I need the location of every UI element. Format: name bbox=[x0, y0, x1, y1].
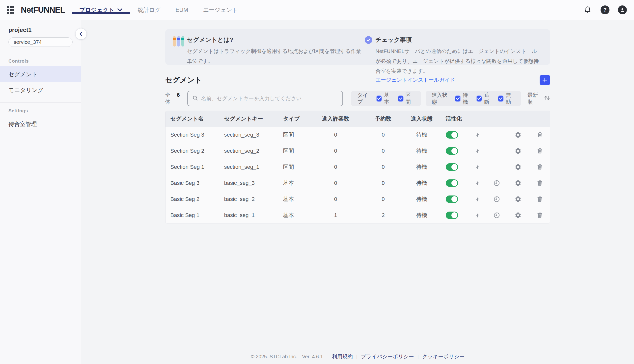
activation-toggle[interactable] bbox=[446, 212, 458, 219]
sidebar-section-controls: Controls bbox=[9, 58, 73, 64]
entry-state: 待機 bbox=[408, 147, 436, 155]
filter-toolbar: 全体 6 タイプ 基本 bbox=[165, 91, 550, 106]
gear-icon[interactable] bbox=[507, 132, 529, 138]
activation-toggle[interactable] bbox=[446, 163, 458, 171]
search-input[interactable] bbox=[201, 96, 338, 102]
chevron-down-icon bbox=[117, 8, 123, 12]
filter-checkbox-section[interactable]: 区間 bbox=[398, 92, 415, 106]
checkbox-checked-icon bbox=[498, 96, 503, 102]
filter-checkbox-disabled[interactable]: 無効 bbox=[498, 92, 515, 106]
tab-eum[interactable]: EUM bbox=[168, 6, 195, 14]
segment-name: Section Seg 2 bbox=[165, 148, 224, 154]
lightning-icon[interactable] bbox=[468, 147, 487, 155]
cookie-policy-link[interactable]: クッキーポリシー bbox=[422, 353, 465, 360]
apps-grid-icon[interactable] bbox=[7, 6, 14, 14]
type-filter-chip: タイプ 基本 区間 bbox=[351, 91, 421, 106]
lightning-icon[interactable] bbox=[468, 212, 487, 219]
trash-icon[interactable] bbox=[529, 180, 550, 186]
sidebar-divider bbox=[0, 53, 81, 53]
help-icon[interactable]: ? bbox=[600, 5, 610, 14]
table-row: Section Seg 2 section_seg_2 区間 0 0 待機 bbox=[165, 143, 550, 159]
agent-install-guide-link[interactable]: エージェントインストールガイド bbox=[376, 76, 455, 84]
segment-info-card: セグメントとは? セグメントはトラフィック制御を適用する地点および区間を管理する… bbox=[173, 36, 365, 65]
gear-icon[interactable] bbox=[507, 148, 529, 154]
activation-toggle[interactable] bbox=[446, 196, 458, 203]
notification-bell-icon[interactable] bbox=[583, 5, 592, 14]
reserved-count: 0 bbox=[358, 148, 408, 154]
trash-icon[interactable] bbox=[529, 164, 550, 170]
allowed-count: 1 bbox=[313, 212, 358, 218]
sidebar-divider bbox=[0, 102, 81, 103]
service-select[interactable]: service_374 bbox=[9, 37, 73, 47]
footer: © 2025. STCLab Inc. Ver. 4.6.1 利用規約 | プラ… bbox=[251, 353, 465, 364]
lightning-icon[interactable] bbox=[468, 180, 487, 187]
trash-icon[interactable] bbox=[529, 212, 550, 219]
gear-icon[interactable] bbox=[507, 212, 529, 219]
allowed-count: 0 bbox=[313, 196, 358, 202]
clock-icon[interactable] bbox=[487, 180, 507, 186]
checkbox-checked-icon bbox=[398, 96, 403, 102]
activation-toggle[interactable] bbox=[446, 131, 458, 138]
copyright: © 2025. STCLab Inc. bbox=[251, 354, 297, 360]
privacy-policy-link[interactable]: プライバシーポリシー bbox=[361, 353, 414, 360]
segment-type: 基本 bbox=[283, 212, 313, 219]
reserved-count: 0 bbox=[358, 164, 408, 170]
gear-icon[interactable] bbox=[507, 196, 529, 203]
activation-toggle[interactable] bbox=[446, 147, 458, 155]
table-header-row: セグメント名 セグメントキー タイプ 進入許容数 予約数 進入状態 活性化 bbox=[165, 111, 550, 127]
lightning-icon[interactable] bbox=[468, 163, 487, 171]
segment-search bbox=[187, 91, 343, 106]
terms-link[interactable]: 利用規約 bbox=[332, 353, 353, 360]
version-label: Ver. 4.6.1 bbox=[302, 354, 323, 360]
segment-type: 区間 bbox=[283, 131, 313, 138]
sidebar-item-monitoring[interactable]: モニタリング bbox=[0, 82, 81, 98]
allowed-count: 0 bbox=[313, 180, 358, 186]
entry-state: 待機 bbox=[408, 180, 436, 187]
filter-checkbox-blocked[interactable]: 遮断 bbox=[477, 92, 493, 106]
sidebar-item-waiting-room[interactable]: 待合室管理 bbox=[0, 116, 81, 132]
netfunnel-logo: NetFUNNEL bbox=[21, 5, 65, 14]
clock-icon[interactable] bbox=[487, 196, 507, 203]
allowed-count: 0 bbox=[313, 132, 358, 138]
account-avatar-icon[interactable] bbox=[618, 5, 627, 14]
col-segment-key: セグメントキー bbox=[224, 115, 283, 122]
trash-icon[interactable] bbox=[529, 148, 550, 154]
segment-name: Basic Seg 2 bbox=[165, 196, 224, 202]
reserved-count: 0 bbox=[358, 180, 408, 186]
lightning-icon[interactable] bbox=[468, 196, 487, 203]
table-row: Section Seg 3 section_seg_3 区間 0 0 待機 bbox=[165, 127, 550, 143]
trash-icon[interactable] bbox=[529, 132, 550, 138]
page-title: セグメント bbox=[165, 75, 202, 85]
clock-icon[interactable] bbox=[487, 212, 507, 219]
main-content: セグメントとは? セグメントはトラフィック制御を適用する地点および区間を管理する… bbox=[81, 20, 634, 364]
segment-key: basic_seg_2 bbox=[224, 196, 283, 202]
segments-icon bbox=[173, 36, 184, 46]
activation-toggle[interactable] bbox=[446, 180, 458, 187]
sidebar-collapse-button[interactable] bbox=[76, 28, 86, 39]
filter-checkbox-waiting[interactable]: 待機 bbox=[455, 92, 472, 106]
tab-stats-log[interactable]: 統計ログ bbox=[130, 6, 168, 14]
segment-type: 区間 bbox=[283, 163, 313, 171]
topbar: NetFUNNEL プロジェクト 統計ログ EUM エージェント ? bbox=[0, 0, 634, 20]
lightning-icon[interactable] bbox=[468, 131, 487, 138]
segment-key: section_seg_2 bbox=[224, 148, 283, 154]
col-type: タイプ bbox=[283, 115, 313, 122]
gear-icon[interactable] bbox=[507, 164, 529, 170]
segment-name: Section Seg 1 bbox=[165, 164, 224, 170]
table-row: Basic Seg 1 basic_seg_1 基本 1 2 待機 bbox=[165, 207, 550, 223]
segment-name: Section Seg 3 bbox=[165, 132, 224, 138]
segment-type: 基本 bbox=[283, 196, 313, 203]
sort-button[interactable]: 最新順 bbox=[527, 92, 550, 106]
gear-icon[interactable] bbox=[507, 180, 529, 186]
segment-name: Basic Seg 1 bbox=[165, 212, 224, 218]
trash-icon[interactable] bbox=[529, 196, 550, 203]
tab-agent[interactable]: エージェント bbox=[195, 6, 245, 14]
sidebar-item-segment[interactable]: セグメント bbox=[0, 66, 81, 82]
add-segment-button[interactable] bbox=[540, 75, 550, 85]
col-entry-state: 進入状態 bbox=[408, 115, 436, 122]
tab-project[interactable]: プロジェクト bbox=[72, 6, 130, 14]
segment-key: section_seg_1 bbox=[224, 164, 283, 170]
sidebar-section-settings: Settings bbox=[9, 108, 73, 114]
filter-checkbox-basic[interactable]: 基本 bbox=[377, 92, 393, 106]
info-banner: セグメントとは? セグメントはトラフィック制御を適用する地点および区間を管理する… bbox=[165, 29, 550, 65]
